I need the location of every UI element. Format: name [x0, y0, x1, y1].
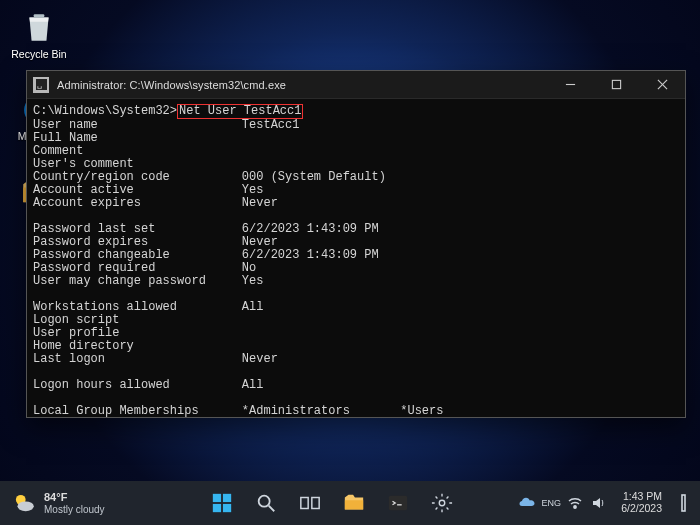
taskbar-center: [155, 483, 509, 523]
system-tray[interactable]: ENG: [519, 495, 607, 511]
clock[interactable]: 1:43 PM 6/2/2023: [617, 488, 666, 517]
svg-point-9: [18, 501, 34, 511]
svg-point-20: [439, 500, 445, 506]
svg-rect-5: [612, 80, 620, 88]
net-user-output-rows: User name TestAcc1 Full Name Comment Use…: [33, 118, 386, 392]
onedrive-icon[interactable]: [519, 495, 535, 511]
terminal-button[interactable]: [378, 483, 418, 523]
notifications-icon[interactable]: [676, 491, 692, 515]
window-title: Administrator: C:\Windows\system32\cmd.e…: [55, 79, 547, 91]
weather-cond: Mostly cloudy: [44, 505, 105, 515]
svg-rect-22: [682, 495, 685, 511]
svg-rect-11: [223, 494, 231, 502]
start-button[interactable]: [202, 483, 242, 523]
prompt-prefix: C:\Windows\System32>: [33, 104, 177, 118]
window-controls: [547, 71, 685, 99]
minimize-button[interactable]: [547, 71, 593, 99]
recycle-bin-label: Recycle Bin: [6, 48, 72, 60]
volume-icon[interactable]: [591, 495, 607, 511]
recycle-bin-icon[interactable]: Recycle Bin: [6, 6, 72, 66]
cmd-window: ␣ Administrator: C:\Windows\system32\cmd…: [26, 70, 686, 418]
weather-text: 84°F Mostly cloudy: [44, 492, 105, 515]
svg-text:␣: ␣: [37, 80, 42, 89]
svg-rect-0: [34, 14, 45, 17]
search-button[interactable]: [246, 483, 286, 523]
taskbar-weather[interactable]: 84°F Mostly cloudy: [0, 481, 155, 525]
svg-point-14: [259, 496, 270, 507]
svg-line-15: [269, 506, 275, 512]
maximize-button[interactable]: [593, 71, 639, 99]
svg-rect-10: [213, 494, 221, 502]
highlighted-command: Net User TestAcc1: [177, 104, 303, 119]
svg-rect-16: [301, 498, 308, 509]
weather-icon: [10, 489, 38, 517]
clock-date: 6/2/2023: [621, 503, 662, 515]
svg-rect-18: [389, 496, 407, 511]
task-view-button[interactable]: [290, 483, 330, 523]
svg-rect-17: [312, 498, 319, 509]
explorer-button[interactable]: [334, 483, 374, 523]
weather-temp: 84°F: [44, 492, 105, 503]
close-button[interactable]: [639, 71, 685, 99]
svg-rect-12: [213, 504, 221, 512]
taskbar-right: ENG 1:43 PM 6/2/2023: [509, 481, 700, 525]
taskbar: 84°F Mostly cloudy ENG: [0, 481, 700, 525]
membership-line-1: Local Group Memberships *Administrators …: [33, 404, 443, 417]
svg-rect-13: [223, 504, 231, 512]
settings-button[interactable]: [422, 483, 462, 523]
cmd-icon: ␣: [33, 77, 49, 93]
titlebar[interactable]: ␣ Administrator: C:\Windows\system32\cmd…: [27, 71, 685, 99]
terminal-output[interactable]: C:\Windows\System32>Net User TestAcc1 Us…: [27, 99, 685, 417]
svg-point-21: [574, 506, 576, 508]
wifi-icon[interactable]: [567, 495, 583, 511]
language-icon[interactable]: ENG: [543, 495, 559, 511]
